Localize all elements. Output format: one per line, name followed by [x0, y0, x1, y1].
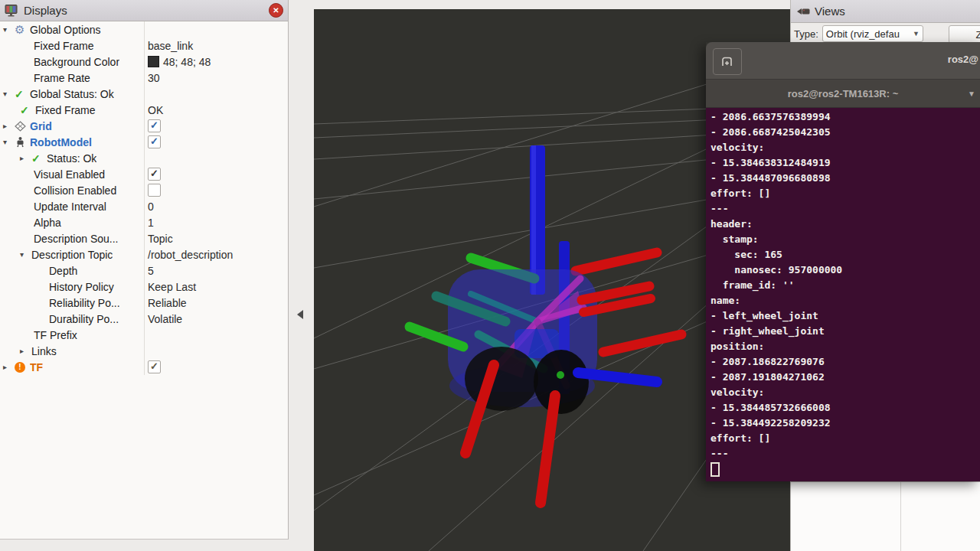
- terminal-lines: - 2086.6637576389994- 2086.6687425042305…: [710, 109, 980, 461]
- tree-row-grid[interactable]: ▸Grid✓: [0, 118, 288, 134]
- tree-row-alpha[interactable]: Alpha1: [0, 214, 288, 230]
- view-type-label: Type:: [794, 28, 818, 40]
- displays-panel-title: Displays: [24, 4, 269, 17]
- terminal-line: frame_id: '': [710, 278, 980, 293]
- terminal-cursor: [710, 462, 720, 477]
- tab-list-chevron-icon[interactable]: ▼: [968, 90, 975, 98]
- tree-row-durability-po[interactable]: Durability Po...Volatile: [0, 311, 288, 327]
- row-name-cell: Visual Enabled: [0, 168, 144, 181]
- row-label: Global Options: [30, 24, 101, 36]
- checkbox[interactable]: ✓: [148, 135, 161, 148]
- row-value: /robot_description: [148, 249, 233, 261]
- row-label: Depth: [49, 265, 77, 277]
- views-panel-title: Views: [815, 5, 845, 18]
- views-toolbar: Type: Orbit (rviz_defau ▼ Ze: [791, 23, 980, 44]
- checkbox[interactable]: ✓: [148, 360, 161, 373]
- tree-row-robotmodel[interactable]: ▾RobotModel✓: [0, 134, 288, 150]
- row-value-cell: [144, 184, 288, 197]
- close-panel-button[interactable]: ✕: [269, 3, 283, 18]
- row-value-cell: 30: [144, 72, 288, 84]
- tree-row-update-interval[interactable]: Update Interval0: [0, 198, 288, 214]
- tree-row-frame-rate[interactable]: Frame Rate30: [0, 70, 288, 86]
- tree-row-tf-prefix[interactable]: TF Prefix: [0, 327, 288, 343]
- terminal-line: - 15.384487096680898: [710, 171, 980, 186]
- expand-arrow-icon[interactable]: ▸: [20, 154, 31, 162]
- grid-icon: [15, 121, 30, 132]
- tree-row-visual-enabled[interactable]: Visual Enabled✓: [0, 166, 288, 182]
- view-type-dropdown[interactable]: Orbit (rviz_defau ▼: [822, 25, 923, 42]
- row-value: OK: [148, 104, 163, 116]
- terminal-tab[interactable]: ros2@ros2-TM1613R: ~: [788, 88, 899, 99]
- robot-model-render: [410, 145, 681, 503]
- tree-row-fixed-frame[interactable]: ✓Fixed FrameOK: [0, 102, 288, 118]
- row-name-cell: Description Sou...: [0, 233, 144, 245]
- row-label: Global Status: Ok: [30, 88, 114, 100]
- row-label: Reliability Po...: [49, 297, 120, 309]
- expand-arrow-icon[interactable]: ▾: [3, 138, 15, 146]
- tree-row-status-ok[interactable]: ▸✓Status: Ok: [0, 150, 288, 166]
- tree-row-global-status-ok[interactable]: ▾✓Global Status: Ok: [0, 86, 288, 102]
- collapse-panel-handle[interactable]: [297, 310, 303, 319]
- terminal-line: ---: [710, 446, 980, 461]
- row-label: TF: [30, 361, 43, 373]
- tree-row-history-policy[interactable]: History PolicyKeep Last: [0, 279, 288, 295]
- row-value-cell: 1: [144, 217, 288, 229]
- tree-row-description-sou[interactable]: Description Sou...Topic: [0, 230, 288, 246]
- checkbox[interactable]: ✓: [148, 168, 161, 181]
- terminal-line: - 15.384492258209232: [710, 416, 980, 431]
- check-icon: ✓: [15, 88, 30, 100]
- views-list-area[interactable]: [791, 481, 980, 551]
- row-value: 1: [148, 217, 154, 229]
- tree-row-collision-enabled[interactable]: Collision Enabled: [0, 182, 288, 198]
- check-mark-icon: ✓: [150, 120, 158, 130]
- row-label: TF Prefix: [34, 329, 77, 341]
- expand-arrow-icon[interactable]: ▸: [3, 363, 15, 371]
- terminal-line: ---: [710, 201, 980, 217]
- terminal-line: header:: [710, 217, 980, 232]
- check-mark-icon: ✓: [150, 168, 158, 178]
- tree-row-depth[interactable]: Depth5: [0, 262, 288, 279]
- check-mark-icon: ✓: [150, 361, 158, 371]
- expand-arrow-icon[interactable]: ▾: [20, 250, 31, 259]
- tree-row-description-topic[interactable]: ▾Description Topic/robot_description: [0, 246, 288, 262]
- check-icon: ✓: [20, 104, 35, 116]
- row-value: 5: [148, 265, 154, 277]
- views-panel-header: Views: [791, 0, 980, 23]
- tree-row-global-options[interactable]: ▾⚙Global Options: [0, 21, 288, 37]
- new-tab-button[interactable]: [713, 48, 742, 75]
- row-label: History Policy: [49, 281, 114, 293]
- check-mark-icon: ✓: [150, 136, 158, 146]
- expand-arrow-icon[interactable]: ▸: [3, 122, 15, 130]
- terminal-line: - right_wheel_joint: [710, 324, 980, 339]
- tree-row-background-color[interactable]: Background Color48; 48; 48: [0, 54, 288, 70]
- new-tab-icon: [720, 56, 734, 67]
- expand-arrow-icon[interactable]: ▾: [3, 90, 15, 98]
- robot-icon: [15, 136, 30, 148]
- terminal-line: stamp:: [710, 232, 980, 247]
- expand-arrow-icon[interactable]: ▾: [3, 25, 15, 34]
- tree-row-links[interactable]: ▸Links: [0, 343, 288, 359]
- terminal-output[interactable]: - 2086.6637576389994- 2086.6687425042305…: [706, 108, 980, 481]
- row-label: Links: [31, 345, 57, 357]
- tree-row-tf[interactable]: ▸!TF✓: [0, 359, 288, 375]
- row-value-cell: ✓: [144, 119, 288, 132]
- row-value: base_link: [148, 40, 193, 52]
- expand-arrow-icon[interactable]: ▸: [20, 347, 31, 355]
- row-label: Visual Enabled: [34, 168, 105, 181]
- tree-row-reliability-po[interactable]: Reliability Po...Reliable: [0, 295, 288, 311]
- terminal-line: - 2086.6637576389994: [710, 109, 980, 125]
- row-value-cell: Keep Last: [144, 281, 288, 293]
- row-name-cell: ▸!TF: [0, 361, 144, 373]
- checkbox[interactable]: [148, 184, 161, 197]
- panel-gutter: [289, 0, 314, 551]
- checkbox[interactable]: ✓: [148, 119, 161, 132]
- tree-row-fixed-frame[interactable]: Fixed Framebase_link: [0, 37, 288, 54]
- terminal-window: ros2@ ros2@ros2-TM1613R: ~ ▼ - 2086.6637…: [706, 42, 980, 481]
- terminal-titlebar[interactable]: ros2@: [706, 42, 980, 80]
- row-value: Reliable: [148, 297, 187, 309]
- row-label: Update Interval: [34, 201, 106, 213]
- row-name-cell: ▾✓Global Status: Ok: [0, 88, 144, 100]
- zero-button[interactable]: Ze: [949, 25, 980, 44]
- zero-button-label: Ze: [975, 29, 980, 41]
- row-label: RobotModel: [30, 136, 92, 148]
